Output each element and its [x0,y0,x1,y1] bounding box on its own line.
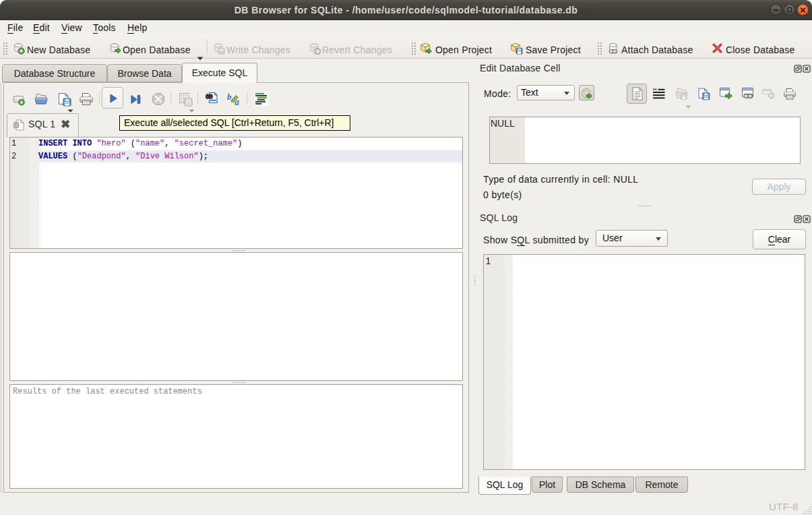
svg-text:b: b [227,92,232,102]
